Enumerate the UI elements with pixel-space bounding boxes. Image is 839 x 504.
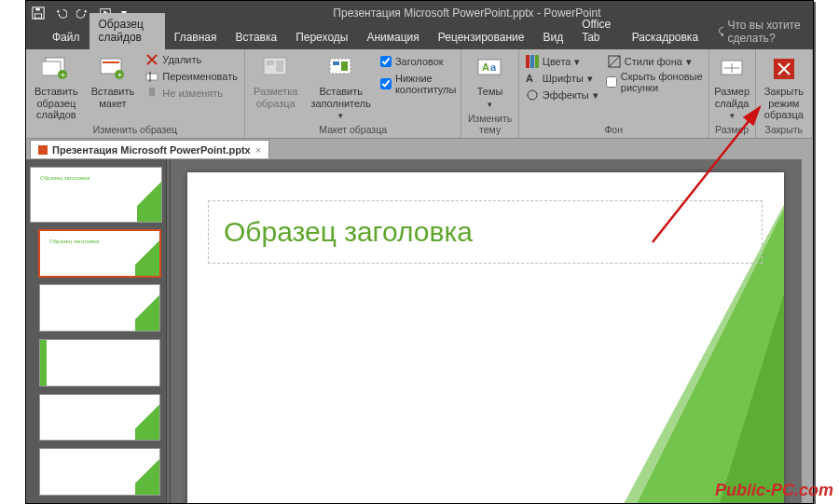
colors-button[interactable]: Цвета ▾ [524, 54, 600, 69]
rename-button[interactable]: Переименовать [144, 69, 240, 84]
fonts-button[interactable]: AШрифты ▾ [524, 71, 600, 86]
svg-rect-25 [530, 55, 534, 68]
delete-icon [145, 53, 158, 66]
powerpoint-file-icon [38, 145, 48, 155]
svg-rect-20 [341, 61, 348, 71]
footers-checkbox[interactable]: Нижние колонтитулы [380, 73, 456, 95]
svg-point-28 [528, 90, 537, 100]
effects-button[interactable]: Эффекты ▾ [524, 88, 600, 102]
group-close: Закрыть режим образца Закрыть [756, 49, 813, 138]
workspace: Образец заголовка Образец заголовка Обра… [26, 159, 813, 503]
preserve-icon [145, 87, 158, 100]
tell-me[interactable]: Что вы хотите сделать? [708, 14, 813, 49]
master-layout-button[interactable]: Разметка образца [250, 52, 302, 111]
bg-styles-button[interactable]: Стили фона ▾ [606, 54, 704, 69]
lightbulb-icon [717, 26, 723, 37]
group-label-edit-master: Изменить образец [31, 123, 240, 137]
ribbon: ＋ Вставить образец слайдов ＋ Вставить ма… [26, 49, 813, 139]
watermark: Public-PC.com [715, 481, 833, 500]
svg-text:A: A [482, 61, 489, 73]
group-label-theme: Изменить тему [466, 112, 513, 137]
tab-view[interactable]: Вид [533, 26, 572, 49]
svg-rect-19 [333, 61, 339, 65]
tab-review[interactable]: Рецензирование [429, 26, 534, 49]
thumbnail-layout[interactable] [39, 448, 160, 496]
svg-point-4 [720, 28, 724, 34]
vertical-scrollbar[interactable] [802, 159, 813, 503]
slide-size-icon [717, 54, 747, 84]
svg-rect-5 [722, 34, 724, 36]
rename-icon [145, 70, 158, 83]
thumbnail-layout[interactable]: Образец заголовка [39, 230, 160, 278]
svg-text:A: A [526, 73, 533, 84]
slide-size-button[interactable]: Размер слайда▾ [710, 52, 753, 123]
themes-icon: Aa [475, 54, 505, 84]
svg-rect-2 [35, 8, 39, 11]
group-label-background: Фон [524, 123, 704, 137]
ribbon-tabs: Файл Образец слайдов Главная Вставка Пер… [26, 25, 813, 49]
redo-icon[interactable] [76, 7, 89, 20]
group-label-size: Размер [714, 123, 750, 137]
tab-animations[interactable]: Анимация [357, 26, 428, 49]
colors-icon [526, 55, 539, 68]
group-background: Цвета ▾ AШрифты ▾ Эффекты ▾ Стили фона ▾… [519, 49, 709, 138]
insert-layout-button[interactable]: ＋ Вставить макет [88, 52, 139, 111]
svg-text:＋: ＋ [115, 70, 123, 79]
group-label-close: Закрыть [761, 123, 807, 137]
slide-editor: Образец заголовка [171, 159, 813, 503]
save-icon[interactable] [32, 7, 45, 20]
tab-slide-master[interactable]: Образец слайдов [89, 13, 165, 49]
group-label-master-layout: Макет образца [250, 123, 456, 137]
thumbnail-layout[interactable] [39, 284, 160, 332]
hide-bg-checkbox[interactable]: Скрыть фоновые рисунки [606, 71, 704, 93]
slide-canvas[interactable]: Образец заголовка [187, 172, 784, 503]
svg-rect-17 [276, 61, 283, 72]
group-edit-theme: Aa Темы▾ Изменить тему [461, 49, 518, 138]
svg-text:a: a [490, 61, 497, 73]
document-tab[interactable]: Презентация Microsoft PowerPoint.pptx × [30, 140, 269, 158]
tab-insert[interactable]: Вставка [227, 26, 287, 49]
close-doc-tab-icon[interactable]: × [255, 144, 261, 156]
undo-icon[interactable] [54, 7, 67, 20]
master-layout-icon [261, 54, 291, 84]
fonts-icon: A [526, 72, 539, 85]
tab-file[interactable]: Файл [43, 26, 89, 49]
bg-styles-icon [608, 55, 621, 68]
group-master-layout: Разметка образца Вставить заполнитель ▾ … [245, 49, 461, 138]
insert-slide-master-icon: ＋ [41, 54, 71, 84]
tab-transitions[interactable]: Переходы [286, 26, 357, 49]
insert-placeholder-button[interactable]: Вставить заполнитель ▾ [307, 52, 374, 123]
tab-home[interactable]: Главная [165, 26, 227, 49]
effects-icon [526, 89, 539, 102]
group-size: Размер слайда▾ Размер [709, 49, 756, 138]
svg-rect-1 [35, 14, 42, 18]
title-placeholder[interactable]: Образец заголовка [208, 200, 763, 264]
insert-layout-icon: ＋ [98, 54, 128, 84]
thumbnail-master[interactable]: Образец заголовка [30, 167, 162, 223]
group-edit-master: ＋ Вставить образец слайдов ＋ Вставить ма… [26, 49, 245, 138]
close-icon [769, 54, 799, 84]
themes-button[interactable]: Aa Темы▾ [472, 52, 509, 111]
preserve-button[interactable]: Не изменять [144, 86, 240, 101]
svg-rect-14 [146, 74, 158, 80]
tab-office-tab[interactable]: Office Tab [572, 13, 623, 49]
tab-storyboarding[interactable]: Раскадровка [623, 26, 708, 49]
close-master-view-button[interactable]: Закрыть режим образца [761, 52, 807, 123]
svg-rect-26 [535, 55, 539, 68]
svg-rect-24 [526, 55, 530, 68]
thumbnail-layout[interactable] [39, 394, 160, 442]
thumbnail-pane[interactable]: Образец заголовка Образец заголовка [26, 159, 166, 503]
thumbnail-layout[interactable] [39, 339, 160, 387]
svg-rect-16 [267, 61, 274, 65]
svg-text:＋: ＋ [59, 70, 67, 79]
delete-button[interactable]: Удалить [144, 52, 240, 67]
insert-slide-master-button[interactable]: ＋ Вставить образец слайдов [31, 52, 82, 123]
document-tabs: Презентация Microsoft PowerPoint.pptx × [26, 139, 813, 159]
insert-placeholder-icon [326, 54, 356, 84]
window-title: Презентация Microsoft PowerPoint.pptx - … [127, 7, 807, 20]
title-checkbox[interactable]: Заголовок [380, 56, 456, 67]
title-placeholder-text: Образец заголовка [224, 216, 473, 248]
